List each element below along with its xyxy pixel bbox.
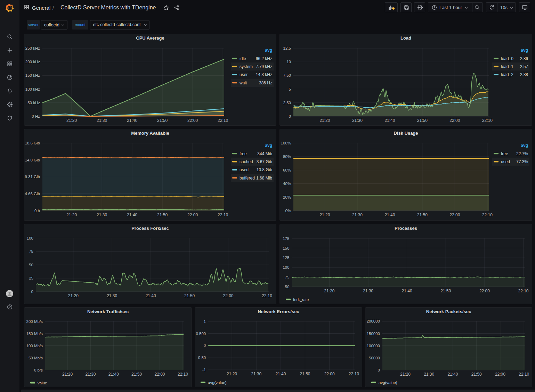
svg-text:150000: 150000 — [367, 332, 380, 336]
svg-text:21:30: 21:30 — [107, 293, 117, 298]
svg-text:2.38: 2.38 — [520, 72, 528, 77]
svg-text:22:10: 22:10 — [518, 289, 528, 293]
svg-text:2.86: 2.86 — [520, 56, 528, 61]
svg-text:96.2 kHz: 96.2 kHz — [256, 56, 272, 61]
svg-text:12.5: 12.5 — [283, 46, 291, 50]
svg-text:fork_rate: fork_rate — [293, 298, 309, 302]
svg-text:1: 1 — [204, 319, 206, 324]
svg-text:used: used — [501, 159, 510, 164]
svg-text:21:50: 21:50 — [471, 372, 482, 377]
svg-text:3.67 Gib: 3.67 Gib — [257, 159, 273, 164]
svg-text:22:00: 22:00 — [187, 212, 198, 217]
svg-text:21:30: 21:30 — [352, 212, 363, 217]
svg-text:value: value — [38, 381, 47, 385]
svg-text:21:50: 21:50 — [300, 372, 310, 376]
svg-text:0: 0 — [289, 114, 291, 118]
svg-text:21:50: 21:50 — [440, 289, 451, 293]
svg-text:21:30: 21:30 — [97, 118, 107, 123]
svg-text:21:40: 21:40 — [447, 372, 458, 377]
svg-text:25: 25 — [29, 276, 33, 280]
svg-text:150: 150 — [283, 246, 289, 250]
svg-text:21:20: 21:20 — [66, 118, 77, 123]
svg-text:21:20: 21:20 — [227, 372, 237, 376]
svg-text:200 Mb/s: 200 Mb/s — [26, 319, 43, 324]
svg-text:21:20: 21:20 — [324, 289, 334, 293]
svg-text:0: 0 — [204, 343, 206, 348]
svg-text:avg: avg — [265, 143, 272, 148]
svg-text:21:20: 21:20 — [68, 293, 79, 298]
svg-text:150 Mb/s: 150 Mb/s — [26, 332, 43, 336]
svg-text:22:10: 22:10 — [349, 372, 359, 376]
svg-text:75: 75 — [285, 275, 290, 279]
svg-text:free: free — [240, 151, 247, 156]
svg-text:21:40: 21:40 — [384, 118, 395, 123]
svg-text:22:00: 22:00 — [449, 212, 460, 217]
svg-text:60%: 60% — [283, 168, 291, 172]
svg-text:0.500: 0.500 — [196, 332, 206, 336]
svg-text:21:50: 21:50 — [417, 212, 428, 217]
svg-text:free: free — [501, 151, 508, 156]
svg-text:21:30: 21:30 — [85, 372, 96, 377]
svg-text:10: 10 — [286, 60, 291, 64]
svg-text:21:40: 21:40 — [127, 212, 137, 217]
svg-text:7.50: 7.50 — [283, 73, 291, 77]
svg-text:0 b: 0 b — [34, 209, 40, 213]
svg-text:21:40: 21:40 — [146, 293, 156, 298]
svg-text:100000: 100000 — [367, 344, 380, 348]
svg-text:22:10: 22:10 — [218, 212, 228, 217]
svg-text:50 Mb/s: 50 Mb/s — [29, 356, 43, 360]
svg-text:40%: 40% — [283, 182, 291, 186]
svg-text:-0.50: -0.50 — [197, 356, 206, 360]
svg-text:idle: idle — [240, 56, 246, 61]
svg-text:21:40: 21:40 — [275, 372, 286, 376]
svg-text:10.8 Gib: 10.8 Gib — [257, 167, 273, 172]
svg-text:2.50: 2.50 — [283, 101, 291, 105]
svg-text:load_2: load_2 — [501, 72, 513, 77]
svg-text:344 Mib: 344 Mib — [257, 151, 272, 156]
svg-text:100 kHz: 100 kHz — [25, 87, 40, 91]
svg-text:21:50: 21:50 — [417, 118, 428, 123]
svg-text:77.3%: 77.3% — [516, 159, 528, 164]
svg-text:load_1: load_1 — [501, 64, 513, 69]
svg-text:21:20: 21:20 — [400, 372, 411, 377]
svg-text:load_0: load_0 — [501, 56, 513, 61]
svg-text:2.57: 2.57 — [520, 64, 528, 69]
svg-text:user: user — [240, 72, 248, 77]
svg-text:system: system — [240, 64, 253, 69]
svg-text:cached: cached — [240, 159, 253, 164]
svg-text:21:20: 21:20 — [62, 372, 73, 377]
svg-text:avg: avg — [521, 143, 528, 148]
svg-text:80%: 80% — [283, 155, 291, 159]
svg-text:200000: 200000 — [367, 319, 380, 323]
svg-text:avg(value): avg(value) — [208, 381, 227, 385]
svg-text:100: 100 — [283, 265, 289, 269]
svg-text:21:40: 21:40 — [108, 372, 119, 377]
svg-text:22:00: 22:00 — [154, 372, 165, 377]
svg-text:0: 0 — [378, 368, 380, 372]
svg-text:wait: wait — [239, 81, 247, 85]
svg-text:100: 100 — [27, 236, 33, 240]
svg-text:1.68 Mib: 1.68 Mib — [256, 176, 272, 181]
svg-text:150 kHz: 150 kHz — [25, 73, 40, 77]
svg-text:22:10: 22:10 — [178, 372, 188, 377]
svg-text:22:10: 22:10 — [519, 372, 529, 377]
svg-text:22:10: 22:10 — [482, 212, 493, 217]
svg-text:21:30: 21:30 — [97, 212, 107, 217]
svg-text:18.6 Gib: 18.6 Gib — [25, 141, 40, 145]
svg-text:21:40: 21:40 — [127, 118, 137, 123]
svg-text:-1: -1 — [202, 368, 206, 372]
svg-text:0: 0 — [31, 290, 33, 294]
svg-text:buffered: buffered — [240, 176, 255, 181]
svg-text:14.3 kHz: 14.3 kHz — [256, 72, 272, 77]
svg-text:21:30: 21:30 — [424, 372, 434, 377]
svg-text:21:50: 21:50 — [131, 372, 142, 377]
svg-text:21:50: 21:50 — [157, 212, 168, 217]
svg-text:50000: 50000 — [369, 356, 380, 360]
svg-text:22:10: 22:10 — [262, 293, 272, 298]
svg-text:avg(value): avg(value) — [379, 381, 397, 385]
svg-text:22:00: 22:00 — [495, 372, 505, 377]
svg-text:avg: avg — [265, 48, 272, 53]
svg-text:125: 125 — [283, 256, 289, 260]
svg-text:0%: 0% — [285, 209, 291, 213]
svg-text:21:30: 21:30 — [352, 118, 363, 123]
